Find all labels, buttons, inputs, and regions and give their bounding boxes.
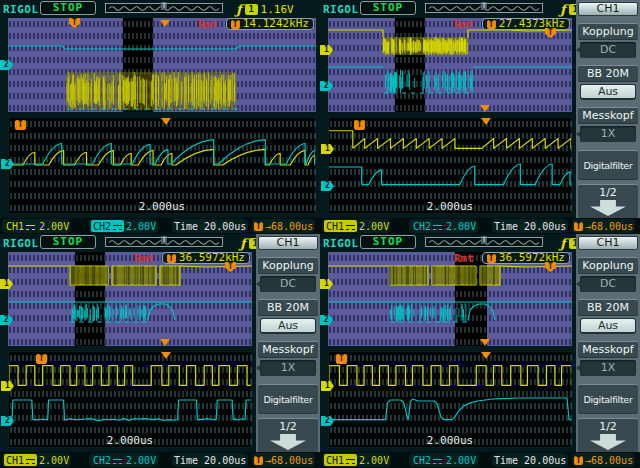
waveform-trace: [468, 30, 572, 38]
ch2-scale-value: 2.00V: [446, 221, 476, 232]
menu-item-digitalfilter[interactable]: Digitalfilter: [578, 150, 638, 180]
remote-indicator: Rmt: [454, 18, 474, 31]
trigger-badge-icon: T: [487, 254, 496, 263]
dc-coupling-icon: [26, 459, 35, 464]
ch2-status[interactable]: CH22.00V: [409, 453, 478, 467]
memory-trigger-marker-icon: T: [481, 2, 487, 10]
trigger-freq-icon: ƒ: [240, 236, 246, 251]
menu-value-coupling[interactable]: DC: [580, 42, 636, 58]
menu-value-probe[interactable]: 1X: [260, 360, 316, 376]
remote-indicator: Rmt: [454, 252, 474, 265]
menu-title: CH1: [578, 236, 638, 250]
menu-value-probe[interactable]: 1X: [580, 360, 636, 376]
zoom-waveform-canvas: [9, 118, 315, 213]
readout-row: Rmt T27.4373kHz: [328, 18, 572, 30]
ch2-label: CH2: [413, 221, 431, 232]
dc-coupling-icon: [26, 225, 35, 230]
menu-item-bandwidth[interactable]: BB 20M: [578, 65, 638, 82]
menu-page-button[interactable]: 1/2: [258, 418, 318, 452]
waveform-trace: [353, 139, 571, 149]
menu-value-bandwidth[interactable]: Aus: [260, 318, 316, 334]
burst-block: [70, 266, 108, 285]
menu-item-digitalfilter[interactable]: Digitalfilter: [578, 384, 638, 414]
menu-page-label: 1/2: [599, 186, 617, 199]
oscilloscope-screen: RIGOL STOP T ƒ 1 1.16V Rmt T14.1242kHz T…: [0, 0, 320, 234]
trigger-freq-icon: ƒ: [236, 2, 242, 17]
timebase-status: Time 20.00us: [172, 219, 248, 233]
menu-value-probe-text: 1X: [601, 361, 616, 374]
menu-value-coupling-text: DC: [600, 43, 616, 56]
ch1-scale-value: 2.00V: [359, 455, 389, 466]
channel-status-bar: CH12.00V CH22.00V Time 20.00us T→68.00us: [0, 452, 320, 468]
selected-arrow-icon: [256, 365, 260, 371]
menu-item-bandwidth[interactable]: BB 20M: [258, 299, 318, 316]
oscilloscope-screen: RIGOL STOP T ƒ 1 Rmt T36.5972kHz T 12 T …: [0, 234, 320, 468]
zoomed-waveform-window: T 2.000us 12: [328, 117, 572, 214]
menu-title: CH1: [258, 236, 318, 250]
menu-item-messkopf[interactable]: Messkopf: [578, 341, 638, 358]
ch1-status[interactable]: CH12.00V: [2, 453, 71, 467]
zoom-trigger-indicator-icon: [161, 352, 171, 359]
trigger-time-indicator-icon: [480, 339, 490, 346]
ch1-label: CH1: [326, 455, 344, 466]
main-waveform-window: Rmt T36.5972kHz T 12: [328, 252, 572, 346]
memory-trigger-marker-icon: T: [161, 236, 167, 244]
menu-item-messkopf[interactable]: Messkopf: [578, 107, 638, 124]
memory-trigger-marker-icon: T: [481, 236, 487, 244]
waveform-trace: [8, 46, 316, 49]
trigger-source-badge: 1: [245, 4, 258, 15]
run-status-badge: STOP: [40, 235, 96, 249]
ch2-label: CH2: [93, 455, 111, 466]
ch1-status[interactable]: CH12.00V: [322, 453, 391, 467]
ch2-status[interactable]: CH22.00V: [409, 219, 478, 233]
dc-coupling-icon: [346, 225, 355, 230]
menu-value-bandwidth[interactable]: Aus: [580, 84, 636, 100]
memory-position-bar: T: [105, 3, 223, 13]
menu-value-probe[interactable]: 1X: [580, 126, 636, 142]
menu-item-kopplung[interactable]: Kopplung: [258, 257, 318, 274]
trigger-readout: ƒ 1 1.16V: [236, 2, 294, 17]
main-waveform-window: Rmt T27.4373kHz T 12: [328, 18, 572, 112]
menu-item-kopplung[interactable]: Kopplung: [578, 257, 638, 274]
trigger-freq-icon: ƒ: [560, 2, 566, 17]
waveform-trace: [180, 266, 252, 267]
burst-block: [112, 266, 156, 285]
trigger-offset-value: →68.00us: [585, 221, 633, 232]
menu-item-kopplung[interactable]: Kopplung: [578, 23, 638, 40]
frequency-value: 14.1242kHz: [243, 19, 309, 29]
menu-item-messkopf[interactable]: Messkopf: [258, 341, 318, 358]
menu-page-button[interactable]: 1/2: [578, 184, 638, 218]
ch1-status[interactable]: CH12.00V: [322, 219, 391, 233]
brand-logo: RIGOL: [3, 237, 39, 250]
selected-arrow-icon: [576, 365, 580, 371]
zoom-waveform-canvas: [9, 352, 251, 447]
ch2-chip: CH2: [91, 454, 124, 466]
menu-value-bandwidth[interactable]: Aus: [580, 318, 636, 334]
zoom-waveform-canvas: [329, 118, 571, 213]
ch1-scale-value: 2.00V: [39, 455, 69, 466]
ch1-status[interactable]: CH12.00V: [2, 219, 71, 233]
brand-logo: RIGOL: [323, 237, 359, 250]
ch1-chip: CH1: [324, 220, 357, 232]
oscilloscope-screen: RIGOL STOP T ƒ 1 Rmt T27.4373kHz T 12 T …: [320, 0, 640, 234]
readout-row: Rmt T36.5972kHz: [328, 252, 572, 264]
run-status-badge: STOP: [360, 1, 416, 15]
zoomed-waveform-window: T 2.000us 12: [8, 351, 252, 448]
menu-item-bandwidth[interactable]: BB 20M: [578, 299, 638, 316]
menu-page-button[interactable]: 1/2: [578, 418, 638, 452]
dc-coupling-icon: [113, 225, 122, 230]
ch2-status[interactable]: CH22.00V: [89, 453, 158, 467]
menu-value-coupling[interactable]: DC: [260, 276, 316, 292]
menu-item-digitalfilter[interactable]: Digitalfilter: [258, 384, 318, 414]
ch2-chip: CH2: [91, 220, 124, 232]
waveform-trace: [390, 304, 466, 322]
ch1-scale-value: 2.00V: [39, 221, 69, 232]
trigger-time-indicator-icon: [160, 339, 170, 346]
main-waveform-canvas: [328, 252, 572, 346]
menu-value-coupling[interactable]: DC: [580, 276, 636, 292]
ch2-status[interactable]: CH22.00V: [89, 219, 158, 233]
menu-page-label: 1/2: [599, 420, 617, 433]
scope-grid: RIGOL STOP T ƒ 1 1.16V Rmt T14.1242kHz T…: [0, 0, 640, 468]
frequency-value: 27.4373kHz: [499, 19, 565, 29]
frequency-counter: T36.5972kHz: [482, 252, 570, 264]
